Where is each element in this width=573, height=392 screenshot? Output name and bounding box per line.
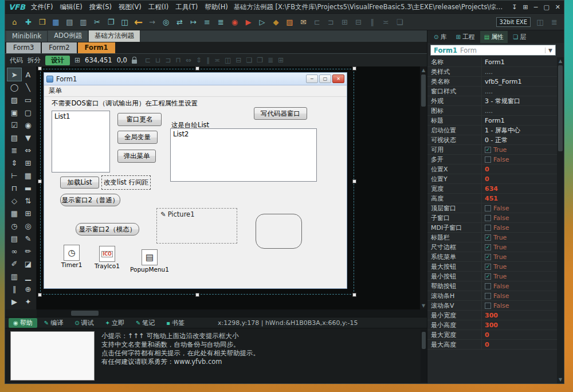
start-page-icon[interactable]: ⌂ <box>9 16 21 28</box>
design-hscroll-thumb[interactable] <box>71 311 99 316</box>
goto-icon[interactable]: ↦ <box>187 16 199 28</box>
rename-window-button[interactable]: 窗口更名 <box>117 113 162 126</box>
align-left-icon[interactable]: ⊏ <box>311 16 323 28</box>
property-checkbox[interactable] <box>485 147 491 153</box>
property-row[interactable]: 宽度 634 <box>427 184 557 194</box>
panel-layout-icon[interactable]: ◫ <box>534 16 546 28</box>
same-width-icon[interactable]: ⇔ <box>186 56 191 64</box>
property-checkbox[interactable] <box>485 234 491 241</box>
shape-tool[interactable]: ◯ <box>7 81 21 93</box>
property-checkbox[interactable] <box>485 273 491 280</box>
property-row[interactable]: 名称 Form1 <box>427 57 557 67</box>
align-centers-icon[interactable]: ⊔ <box>155 56 160 64</box>
property-checkbox[interactable] <box>485 215 491 221</box>
split-view-button[interactable]: 拆分 <box>28 56 41 65</box>
property-checkbox[interactable] <box>485 156 491 163</box>
property-row[interactable]: 最小高度 300 <box>427 320 557 330</box>
picture-box-picture1[interactable]: ✎ Picture1 <box>156 208 237 244</box>
property-row[interactable]: 类样式 .... <box>427 67 557 77</box>
designed-form-minimize-button[interactable]: ─ <box>306 75 318 83</box>
property-row[interactable]: 尺寸边框 True <box>427 242 557 252</box>
design-view-button[interactable]: 设计 <box>45 56 70 65</box>
button-tool[interactable]: ▢ <box>21 106 35 119</box>
combo-box-tool[interactable]: ▼ <box>21 131 35 144</box>
picture-box-tool[interactable]: ▣ <box>7 106 21 119</box>
size-to-grid-icon[interactable]: ⊞ <box>278 56 284 64</box>
copy-icon[interactable]: ❐ <box>105 16 117 28</box>
close-button[interactable]: ✕ <box>555 3 560 11</box>
window-list-icon[interactable]: ≣ <box>548 16 560 28</box>
project-tab-miniblink[interactable]: Miniblink <box>6 31 48 42</box>
menu-help[interactable]: 帮助(H) <box>205 3 228 11</box>
property-row[interactable]: 高度 451 <box>427 194 557 203</box>
property-row[interactable]: 位置Y 0 <box>427 174 557 184</box>
pointer-tool[interactable]: ➤ <box>7 68 21 81</box>
property-checkbox[interactable] <box>485 244 491 250</box>
form-tab-form1[interactable]: Form1 <box>78 42 115 53</box>
property-checkbox[interactable] <box>485 293 491 299</box>
property-row[interactable]: MDI子窗口 False <box>427 223 557 233</box>
rich-edit-tool[interactable]: ✎ <box>21 232 35 245</box>
option-button-tool[interactable]: ◉ <box>21 119 35 131</box>
listbox-list2[interactable]: List2 <box>170 128 317 182</box>
pen-tool[interactable]: ✏ <box>21 245 35 257</box>
status-tab-debug[interactable]: ⊙ 调试 <box>70 318 98 328</box>
status-tab-notes[interactable]: ✎ 笔记 <box>131 318 159 328</box>
lock-icon[interactable] <box>132 60 137 64</box>
h-spacing-icon[interactable]: ∥ <box>206 56 210 64</box>
save-all-icon[interactable]: ▤ <box>64 16 76 28</box>
property-checkbox[interactable] <box>485 205 491 211</box>
tray-icon-component[interactable]: ICO TrayIco1 <box>89 246 125 269</box>
timer-tool[interactable]: ◷ <box>7 219 21 232</box>
calendar-tool[interactable]: ⊞ <box>21 207 35 219</box>
status-tab-bookmarks[interactable]: ▪ 书签 <box>162 318 189 328</box>
export-icon[interactable]: ✉ <box>297 16 309 28</box>
property-checkbox[interactable] <box>485 303 491 309</box>
property-row[interactable]: 滚动条H False <box>427 291 557 301</box>
print-icon[interactable]: ▥ <box>77 16 89 28</box>
list-box-tool[interactable]: ≣ <box>7 144 21 156</box>
build-icon[interactable]: ◉ <box>229 16 241 28</box>
property-row[interactable]: 顶层窗口 False <box>427 203 557 213</box>
property-row[interactable]: 最大按钮 True <box>427 262 557 272</box>
tab-control-tool[interactable]: ⊓ <box>7 182 21 194</box>
align-tops-icon[interactable]: ⊓ <box>175 56 180 64</box>
property-row[interactable]: 标题 Form1 <box>427 116 557 126</box>
new-project-icon[interactable]: ✚ <box>22 16 34 28</box>
same-height-icon[interactable]: ⇕ <box>196 56 202 64</box>
menu-search[interactable]: 搜索(S) <box>89 3 112 11</box>
help-listbox[interactable] <box>10 331 95 381</box>
timer-component[interactable]: ◷ Timer1 <box>53 245 90 268</box>
property-row[interactable]: 滚动条V False <box>427 301 557 311</box>
property-row[interactable]: 帮助按钮 False <box>427 281 557 291</box>
props-tab-properties[interactable]: ▤ 属性 <box>480 31 508 43</box>
columns-icon[interactable]: ∥ <box>366 16 378 28</box>
status-tab-compile[interactable]: ✎ 编译 <box>40 318 68 328</box>
popup-menu-button[interactable]: 弹出菜单 <box>117 150 156 163</box>
property-row[interactable]: 外观 3 - 常规窗口 <box>427 96 557 106</box>
statusbar-tool[interactable]: ▁ <box>21 270 35 283</box>
listbox-list1[interactable]: List1 <box>52 111 110 173</box>
property-row[interactable]: 类名称 vfb5_Form1 <box>427 77 557 87</box>
property-row[interactable]: 最大高度 0 <box>427 340 557 350</box>
frame-tool[interactable]: ▭ <box>21 93 35 106</box>
comment-icon[interactable]: ≡ <box>201 16 213 28</box>
package-icon[interactable]: ◆ <box>270 16 282 28</box>
load-list-button[interactable]: 加载List <box>60 177 99 189</box>
property-row[interactable]: 系统菜单 True <box>427 252 557 262</box>
media-tool[interactable]: ▶ <box>7 295 21 308</box>
hyperlink-tool[interactable]: ∞ <box>7 245 21 257</box>
align-lefts-icon[interactable]: ⊏ <box>145 56 151 64</box>
redo-icon[interactable]: → <box>146 16 158 28</box>
image-tool[interactable]: ▨ <box>7 93 21 106</box>
text-box-tool[interactable]: ▤ <box>7 131 21 144</box>
global-variable-button[interactable]: 全局变量 <box>117 131 158 144</box>
property-row[interactable]: 多开 False <box>427 155 557 164</box>
maximize-button[interactable]: ▢ <box>543 3 549 11</box>
form-tab-form3[interactable]: Form3 <box>6 42 41 53</box>
tray-icon-tool[interactable]: ◎ <box>21 219 35 232</box>
scroll-down-icon[interactable]: ▼ <box>557 377 564 382</box>
undo-icon[interactable]: ← <box>132 16 144 28</box>
line-tool[interactable]: ╲ <box>21 81 35 93</box>
design-horizontal-scrollbar[interactable] <box>5 309 427 317</box>
